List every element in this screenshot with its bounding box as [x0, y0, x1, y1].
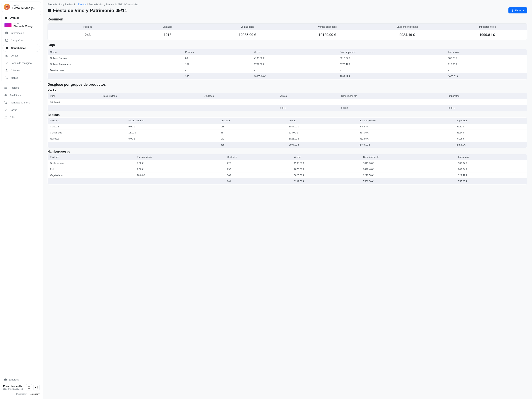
- breadcrumb-part[interactable]: Fiesta de Vino y Patrimonio: [48, 3, 76, 6]
- company-link[interactable]: Empresa: [3, 376, 39, 383]
- nav-analiticas[interactable]: Analíticas: [1, 91, 41, 99]
- db-icon: [48, 8, 52, 13]
- col-header: Ventas: [252, 49, 337, 55]
- svg-rect-18: [5, 88, 7, 89]
- caja-table: Grupo Pedidos Ventas Base imponible Impu…: [48, 49, 527, 79]
- table-row: Combinado13.00 €48624.00 €567.36 €56.64 …: [48, 130, 527, 136]
- nav-plantillas[interactable]: Plantillas de menú: [1, 99, 41, 106]
- user-row: Elias Hernandis elias@festeapay.com: [3, 383, 39, 392]
- calendar-icon: [5, 16, 8, 19]
- summary-value: 9984.19 €: [367, 30, 447, 40]
- orders-icon: [4, 86, 7, 90]
- packs-title: Packs: [48, 89, 527, 92]
- svg-rect-11: [6, 55, 7, 57]
- events-section-title[interactable]: Eventos: [3, 15, 40, 21]
- breadcrumb-part[interactable]: Fiesta de Vino y Patrimonio 09/11: [89, 3, 123, 6]
- svg-rect-2: [6, 16, 7, 17]
- event-label: Evento: [13, 22, 35, 25]
- event-thumbnail: [5, 23, 12, 27]
- nav-ventas[interactable]: Ventas: [3, 52, 40, 59]
- brand-logo-icon: ✦: [27, 393, 29, 395]
- venue-selector[interactable]: 🍷 Locales Fiesta de Vino y...: [1, 1, 41, 12]
- breadcrumb-part: Contabilidad: [125, 3, 139, 6]
- table-row: Doble ternera9.00 €2221998.00 €1815.96 €…: [48, 160, 527, 166]
- nav-zonas[interactable]: Zonas de recogida: [3, 59, 40, 67]
- summary-value: 1216: [127, 30, 207, 40]
- accounting-icon: [5, 46, 9, 50]
- table-row: Pollo9.00 €2972673.00 €2429.46 €243.54 €: [48, 166, 527, 172]
- summary-value: 10120.00 €: [287, 30, 367, 40]
- venue-avatar: 🍷: [4, 4, 10, 10]
- table-row: Cerveza9.00 €1161044.00 €948.88 €95.12 €: [48, 124, 527, 130]
- nav-label: Analíticas: [10, 94, 21, 97]
- venue-label: Locales: [12, 4, 35, 6]
- col-header: Base imponible neta: [367, 24, 447, 30]
- nav-pedidos[interactable]: Pedidos: [1, 84, 41, 91]
- table-row: Devoluciones----: [48, 67, 527, 73]
- nav-crm[interactable]: CRM: [1, 114, 41, 121]
- nav-label: Plantillas de menú: [10, 101, 30, 104]
- section-desglose-title: Desglose por grupos de productos: [48, 83, 527, 87]
- breadcrumb-eventos-link[interactable]: Eventos: [78, 3, 86, 6]
- page-title: Fiesta de Vino y Patrimonio 09/11: [48, 8, 127, 13]
- nav-clientes[interactable]: Clientes: [3, 67, 40, 74]
- svg-rect-16: [5, 87, 7, 87]
- summary-value: 10985.00 €: [208, 30, 287, 40]
- col-header: Base imponible: [337, 49, 446, 55]
- col-header: Pedidos: [183, 49, 252, 55]
- svg-point-23: [6, 103, 7, 104]
- svg-point-13: [6, 69, 7, 70]
- col-header: Grupo: [48, 49, 183, 55]
- section-resumen-title: Resumen: [48, 17, 527, 21]
- svg-point-24: [5, 116, 6, 117]
- main-content: Fiesta de Vino y Patrimonio / Eventos / …: [43, 0, 532, 399]
- hamburguesas-table: Producto Precio unitario Unidades Ventas…: [48, 154, 527, 185]
- nav-label: Ventas: [11, 54, 19, 57]
- col-header: Pedidos: [48, 24, 127, 30]
- user-email: elias@festeapay.com: [3, 388, 24, 390]
- svg-point-25: [6, 116, 7, 117]
- nav-label: Menús: [11, 76, 18, 79]
- nav-label: CRM: [10, 116, 16, 119]
- export-button[interactable]: Exportar: [508, 7, 527, 13]
- table-row: Refresco6.00 €1711026.00 €931.95 €94.05 …: [48, 136, 527, 142]
- download-icon: [511, 9, 514, 12]
- table-row: Online - En sala894196.00 €3813.72 €382.…: [48, 55, 527, 61]
- nav-contabilidad[interactable]: Contabilidad: [3, 44, 40, 52]
- nav-barras[interactable]: Barras: [1, 106, 41, 114]
- campaign-icon: [5, 39, 8, 42]
- svg-rect-12: [7, 56, 8, 57]
- svg-rect-17: [5, 87, 7, 88]
- col-header: Ventas canjeadas: [287, 24, 367, 30]
- nav-campanas[interactable]: Campañas: [3, 37, 40, 44]
- menu-icon: [5, 76, 8, 79]
- col-header: Ventas netas: [208, 24, 287, 30]
- nav-label: Zonas de recogida: [11, 62, 32, 64]
- table-row: Sin datos: [48, 99, 527, 105]
- bebidas-table: Producto Precio unitario Unidades Ventas…: [48, 117, 527, 148]
- analytics-icon: [4, 93, 7, 97]
- event-card[interactable]: Evento Fiesta de Vino y...: [3, 21, 40, 29]
- svg-rect-4: [6, 33, 7, 34]
- summary-value: 1000.81 €: [447, 30, 527, 40]
- pickup-icon: [5, 61, 8, 65]
- svg-point-15: [7, 78, 8, 79]
- nav-informacion[interactable]: Información: [3, 29, 40, 37]
- svg-point-7: [6, 40, 7, 41]
- templates-icon: [4, 101, 7, 104]
- nav-label: Pedidos: [10, 86, 19, 89]
- powered-by: Powered by ✦ ffesteapayesteapay: [3, 392, 39, 396]
- crm-icon: [4, 116, 7, 119]
- venue-name: Fiesta de Vino y...: [12, 6, 35, 10]
- col-header: Unidades: [127, 24, 207, 30]
- events-group: Eventos Evento Fiesta de Vino y... Infor…: [1, 14, 41, 82]
- logout-button[interactable]: [33, 384, 39, 390]
- section-caja-title: Caja: [48, 43, 527, 47]
- help-button[interactable]: [26, 384, 32, 390]
- nav-menus[interactable]: Menús: [3, 74, 40, 81]
- nav-label: Campañas: [11, 39, 23, 42]
- resumen-table: Pedidos Unidades Ventas netas Ventas can…: [48, 23, 527, 40]
- breadcrumb: Fiesta de Vino y Patrimonio / Eventos / …: [48, 3, 527, 6]
- svg-rect-26: [4, 379, 7, 380]
- col-header: Impuestos netos: [447, 24, 527, 30]
